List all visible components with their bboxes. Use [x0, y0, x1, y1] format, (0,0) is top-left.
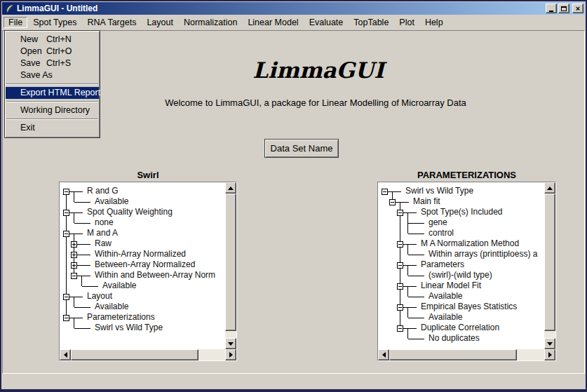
minimize-button[interactable] [546, 4, 557, 13]
menu-item-exit[interactable]: Exit [6, 122, 99, 134]
tree-node-label[interactable]: none [95, 217, 114, 228]
tree-node-label[interactable]: M and A [87, 228, 118, 238]
scroll-up-button[interactable] [225, 182, 236, 194]
tree-node-label[interactable]: Spot Type(s) Included [421, 207, 503, 217]
menu-item-working-directory[interactable]: Working Directory [6, 104, 99, 116]
scroll-left-button[interactable] [60, 349, 71, 360]
menu-normalization[interactable]: Normalization [179, 17, 242, 28]
tree-connector-line [403, 212, 417, 213]
tree-node-label[interactable]: Between-Array Normalized [95, 259, 195, 270]
vertical-scroll-thumb[interactable] [225, 194, 236, 331]
tree-expand-box-icon[interactable] [71, 241, 77, 248]
tree-node-label[interactable]: Within arrays (printtiploess) a [429, 249, 537, 259]
tree-node-label[interactable]: R and G [87, 186, 119, 196]
menu-item-new[interactable]: New Ctrl+N [6, 34, 99, 46]
scroll-left-button[interactable] [378, 349, 389, 360]
tree-collapse-box-icon[interactable] [397, 304, 403, 311]
app-title: LimmaGUI [143, 58, 494, 83]
tree-collapse-box-icon[interactable] [389, 199, 396, 205]
tree-node-label[interactable]: control [429, 228, 454, 238]
menu-evaluate[interactable]: Evaluate [304, 17, 349, 28]
tree-canvas[interactable]: Swirl vs Wild TypeMain fitSpot Type(s) I… [379, 183, 544, 349]
tree-collapse-box-icon[interactable] [397, 241, 403, 248]
tree-header-swirl: Swirl [59, 170, 237, 180]
horizontal-scroll-thumb[interactable] [389, 349, 517, 360]
menu-layout[interactable]: Layout [142, 17, 178, 28]
menu-item-open[interactable]: Open Ctrl+O [6, 46, 99, 58]
tree-node-label[interactable]: Raw [95, 238, 112, 249]
scroll-down-button[interactable] [225, 338, 236, 349]
tree-collapse-box-icon[interactable] [397, 283, 403, 290]
maximize-button[interactable] [558, 4, 569, 13]
tree-connector-line [77, 265, 90, 266]
tree-node-label[interactable]: Swirl vs Wild Type [95, 323, 163, 333]
menu-toptable[interactable]: TopTable [349, 17, 393, 28]
scroll-up-button[interactable] [544, 182, 555, 194]
vertical-scroll-thumb[interactable] [544, 194, 555, 331]
vertical-scrollbar[interactable] [544, 182, 555, 349]
tree-collapse-box-icon[interactable] [397, 325, 403, 332]
tree-collapse-box-icon[interactable] [63, 315, 69, 321]
tree-collapse-box-icon[interactable] [63, 231, 69, 237]
menu-separator [6, 101, 98, 102]
tree-node-label[interactable]: Available [429, 312, 462, 323]
tree-node-label[interactable]: Parameterizations [87, 312, 155, 323]
tree-node-label[interactable]: Available [95, 302, 128, 312]
tree-collapse-box-icon[interactable] [71, 273, 77, 279]
menu-item-save-as[interactable]: Save As [6, 69, 99, 81]
horizontal-scroll-thumb[interactable] [71, 349, 198, 360]
data-set-name-button[interactable]: Data Set Name [264, 139, 339, 158]
tree-canvas[interactable]: R and GAvailableSpot Quality Weightingno… [60, 183, 224, 349]
close-button[interactable]: × [572, 4, 583, 13]
scroll-right-button[interactable] [544, 349, 555, 360]
menu-file[interactable]: File [4, 17, 27, 28]
tree-node-label[interactable]: Available [429, 291, 462, 302]
scroll-right-button[interactable] [225, 349, 236, 360]
horizontal-scrollbar[interactable] [378, 349, 555, 360]
scroll-down-button[interactable] [544, 338, 555, 349]
tree-expand-box-icon[interactable] [71, 262, 77, 269]
tree-node-label[interactable]: Layout [87, 291, 112, 302]
menu-plot[interactable]: Plot [394, 17, 419, 28]
tree-node-label[interactable]: Within-Array Normalized [95, 249, 186, 259]
menu-item-save[interactable]: Save Ctrl+S [6, 58, 99, 69]
tree-connector-line [81, 276, 82, 286]
menu-rna-targets[interactable]: RNA Targets [82, 17, 141, 28]
horizontal-scrollbar[interactable] [60, 349, 236, 360]
tree-node-label[interactable]: Parameters [421, 259, 464, 270]
tree-node-label[interactable]: Linear Model Fit [421, 281, 481, 291]
menu-help[interactable]: Help [420, 17, 448, 28]
menu-linear-model[interactable]: Linear Model [243, 17, 303, 28]
tree-collapse-box-icon[interactable] [63, 294, 69, 300]
tree-collapse-box-icon[interactable] [397, 262, 403, 269]
tree-expand-box-icon[interactable] [71, 252, 77, 258]
tree-node-label[interactable]: Available [95, 196, 128, 207]
vertical-scrollbar[interactable] [225, 182, 236, 349]
tree-connector-line [74, 328, 90, 329]
menu-spot-types[interactable]: Spot Types [28, 17, 81, 28]
tree-node-label[interactable]: Within and Between-Array Norm [95, 270, 215, 281]
tree-collapse-box-icon[interactable] [397, 210, 403, 216]
tree-collapse-box-icon[interactable] [382, 189, 388, 195]
arrow-down-icon [547, 342, 553, 346]
title-bar[interactable]: LimmaGUI - Untitled × [2, 2, 585, 15]
tree-header-parameterizations: PARAMETERIZATIONS [377, 170, 556, 180]
tree-node-label[interactable]: Available [102, 281, 136, 291]
tree-node-label[interactable]: M A Normalization Method [421, 238, 519, 249]
tree-node-label[interactable]: gene [429, 217, 447, 228]
menu-item-label: Save As [20, 70, 53, 80]
tree-collapse-box-icon[interactable] [63, 210, 69, 216]
tree-node-label[interactable]: Spot Quality Weighting [87, 207, 173, 217]
tree-connector-line [74, 307, 90, 308]
tree-node-label[interactable]: Swirl vs Wild Type [405, 186, 473, 196]
tree-node-label[interactable]: Empirical Bayes Statistics [421, 302, 517, 312]
close-icon: × [576, 5, 580, 12]
tree-collapse-box-icon[interactable] [63, 189, 69, 195]
tree-node-label[interactable]: Main fit [413, 196, 440, 207]
tree-connector-line [77, 276, 90, 276]
tree-connector-line [403, 244, 417, 245]
tree-node-label[interactable]: (swirl)-(wild type) [429, 270, 492, 281]
tree-node-label[interactable]: No duplicates [429, 333, 480, 344]
tree-node-label[interactable]: Duplicate Correlation [421, 323, 499, 333]
menu-item-export-html-report[interactable]: Export HTML Report [6, 87, 99, 99]
